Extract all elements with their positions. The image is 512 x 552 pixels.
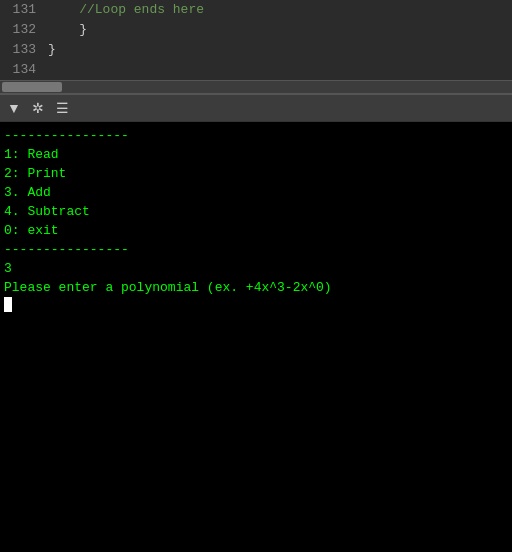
terminal-cursor-line — [4, 297, 508, 312]
toolbar: ▼ ✲ ☰ — [0, 94, 512, 122]
terminal-cursor — [4, 297, 12, 312]
code-line-134: 134 — [0, 60, 512, 80]
terminal-menu-4: 4. Subtract — [4, 202, 508, 221]
code-line-133: 133 } — [0, 40, 512, 60]
tools-icon: ✲ — [32, 100, 44, 116]
terminal[interactable]: ---------------- 1: Read 2: Print 3. Add… — [0, 122, 512, 552]
chevron-down-icon: ▼ — [7, 100, 21, 116]
line-number: 132 — [0, 20, 48, 40]
code-content: } — [48, 20, 87, 40]
terminal-prompt: Please enter a polynomial (ex. +4x^3-2x^… — [4, 278, 508, 297]
code-content: } — [48, 40, 56, 60]
terminal-dashes-bottom: ---------------- — [4, 240, 508, 259]
terminal-menu-1: 1: Read — [4, 145, 508, 164]
code-editor: 131 //Loop ends here 132 } 133 } 134 — [0, 0, 512, 80]
line-number: 134 — [0, 60, 48, 80]
code-line-131: 131 //Loop ends here — [0, 0, 512, 20]
code-content: //Loop ends here — [48, 0, 204, 20]
menu-icon: ☰ — [56, 100, 69, 116]
line-number: 133 — [0, 40, 48, 60]
toolbar-btn-3[interactable]: ☰ — [52, 98, 72, 118]
terminal-dashes-top: ---------------- — [4, 126, 508, 145]
horizontal-scrollbar[interactable] — [0, 80, 512, 94]
toolbar-btn-1[interactable]: ▼ — [4, 98, 24, 118]
terminal-menu-3: 3. Add — [4, 183, 508, 202]
terminal-menu-5: 0: exit — [4, 221, 508, 240]
terminal-selection: 3 — [4, 259, 508, 278]
terminal-menu-2: 2: Print — [4, 164, 508, 183]
toolbar-btn-2[interactable]: ✲ — [28, 98, 48, 118]
line-number: 131 — [0, 0, 48, 20]
code-line-132: 132 } — [0, 20, 512, 40]
scrollbar-thumb[interactable] — [2, 82, 62, 92]
